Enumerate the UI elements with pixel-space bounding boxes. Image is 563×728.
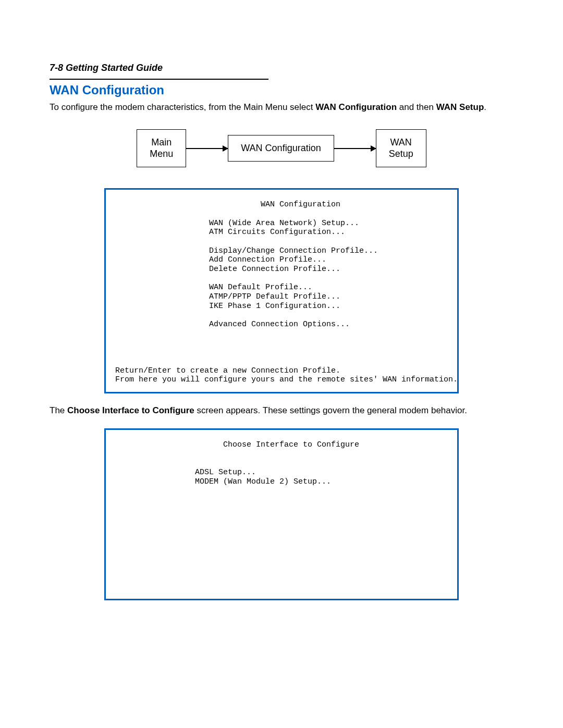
intro-bold-1: WAN Configuration (315, 102, 397, 112)
term1-f1: Return/Enter to create a new Connection … (115, 366, 340, 375)
intro-mid: and then (397, 102, 436, 112)
mid-paragraph: The Choose Interface to Configure screen… (50, 405, 513, 417)
mid-post: screen appears. These settings govern th… (194, 405, 467, 415)
intro-post: . (484, 102, 486, 112)
terminal-choose-interface: Choose Interface to Configure ADSL Setup… (104, 428, 459, 600)
mid-bold: Choose Interface to Configure (67, 405, 194, 415)
flow-box3-line2: Setup (389, 149, 413, 159)
flow-box-main-menu: Main Menu (137, 129, 186, 167)
term1-l7: ATMP/PPTP Default Profile... (115, 292, 340, 301)
term1-l1: WAN (Wide Area Network) Setup... (115, 219, 359, 228)
flow-box3-line1: WAN (390, 137, 412, 147)
term1-title: WAN Configuration (115, 200, 340, 209)
mid-pre: The (50, 405, 67, 415)
flow-box1-line2: Menu (150, 149, 173, 159)
arrow-icon (186, 148, 228, 149)
page: 7-8 Getting Started Guide WAN Configurat… (0, 0, 563, 728)
term1-l4: Add Connection Profile... (115, 255, 326, 264)
nav-flow-diagram: Main Menu WAN Configuration WAN Setup (115, 129, 448, 167)
intro-paragraph: To configure the modem characteristics, … (50, 102, 513, 114)
flow-box-wan-config: WAN Configuration (228, 135, 334, 162)
flow-box2-label: WAN Configuration (241, 143, 321, 153)
term2-title: Choose Interface to Configure (115, 440, 359, 449)
running-head: 7-8 Getting Started Guide (50, 63, 513, 73)
arrow-icon (334, 148, 376, 149)
term1-l8: IKE Phase 1 Configuration... (115, 302, 340, 311)
intro-bold-2: WAN Setup (436, 102, 484, 112)
flow-box1-line1: Main (151, 137, 172, 147)
term1-l9: Advanced Connection Options... (115, 320, 350, 329)
intro-pre: To configure the modem characteristics, … (50, 102, 315, 112)
section-title: WAN Configuration (50, 83, 513, 97)
terminal-wan-configuration: WAN Configuration WAN (Wide Area Network… (104, 188, 459, 393)
term1-f2: From here you will configure yours and t… (115, 375, 458, 384)
term1-l3: Display/Change Connection Profile... (115, 246, 378, 255)
term1-l6: WAN Default Profile... (115, 283, 312, 292)
term1-l5: Delete Connection Profile... (115, 265, 340, 274)
term2-l1: ADSL Setup... (115, 468, 256, 477)
rule (50, 79, 268, 80)
term1-l2: ATM Circuits Configuration... (115, 228, 345, 237)
term2-l2: MODEM (Wan Module 2) Setup... (115, 477, 331, 486)
flow-box-wan-setup: WAN Setup (376, 129, 426, 167)
